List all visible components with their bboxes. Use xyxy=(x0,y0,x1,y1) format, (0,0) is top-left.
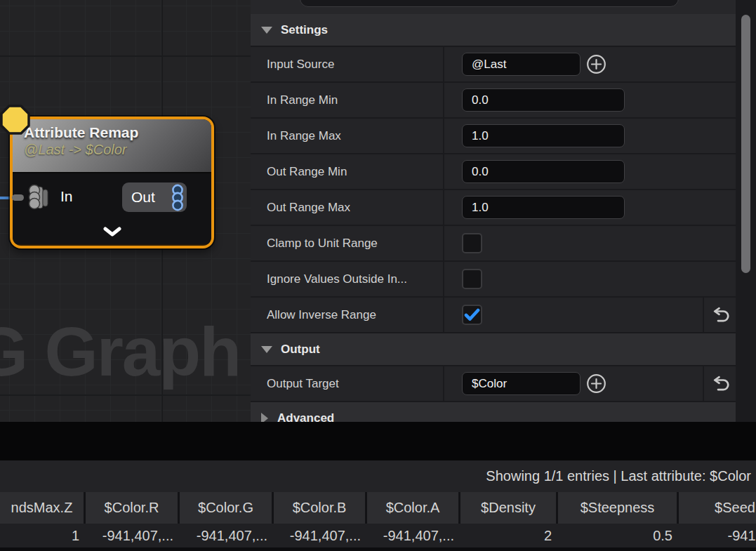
triangle-down-icon xyxy=(261,27,272,34)
column-header[interactable]: $Color.B xyxy=(274,492,365,524)
table-cell: -941,407,... xyxy=(86,524,178,547)
section-label: Advanced xyxy=(277,411,334,423)
attribute-remap-node[interactable]: Attribute Remap @Last -> $Color I xyxy=(10,117,214,248)
scrollbar-thumb[interactable] xyxy=(741,15,750,273)
column-header[interactable]: $Density xyxy=(460,492,556,524)
table-cell: -941,407,... xyxy=(180,524,272,547)
section-header-output[interactable]: Output xyxy=(251,333,736,366)
property-label: Input Source xyxy=(251,58,334,72)
chevron-down-icon[interactable] xyxy=(102,227,122,240)
table-row[interactable]: 1 -941,407,... -941,407,... -941,407,...… xyxy=(0,524,756,547)
column-header[interactable]: $Color.A xyxy=(367,492,458,524)
multi-data-pin-icon-blue[interactable] xyxy=(168,184,188,215)
property-row-allow-inverse-range: Allow Inverse Range xyxy=(251,298,736,333)
reset-to-default-button[interactable] xyxy=(703,366,736,401)
section-label: Output xyxy=(281,343,320,357)
property-row-input-source: Input Source @Last xyxy=(251,47,736,83)
pcg-editor-window: G Graph Attribute Remap @Last -> $Color xyxy=(0,0,756,551)
column-header[interactable]: ndsMax.Z xyxy=(0,492,84,524)
property-row-ignore-values-outside: Ignore Values Outside In... xyxy=(251,262,736,298)
attribute-panel-empty-area xyxy=(0,422,756,460)
property-label: Clamp to Unit Range xyxy=(251,237,378,251)
property-label: Output Target xyxy=(251,377,339,391)
undo-arrow-icon xyxy=(710,376,730,392)
section-label: Settings xyxy=(281,23,328,37)
input-pin-stub[interactable] xyxy=(12,194,24,201)
column-header[interactable]: $Color.G xyxy=(180,492,272,524)
output-pin[interactable]: Out xyxy=(122,182,187,212)
property-row-in-range-min: In Range Min 0.0 xyxy=(251,83,736,119)
attribute-table-header: ndsMax.Z $Color.R $Color.G $Color.B $Col… xyxy=(0,492,756,524)
property-row-out-range-min: Out Range Min 0.0 xyxy=(251,154,736,190)
table-cell: -941,407,... xyxy=(367,524,458,547)
attribute-table-statusbar: Showing 1/1 entries | Last attribute: $C… xyxy=(0,460,756,492)
grid-major-line xyxy=(0,55,251,57)
property-label: Ignore Values Outside In... xyxy=(251,272,407,286)
reset-to-default-button[interactable] xyxy=(703,298,736,332)
undo-arrow-icon xyxy=(710,307,730,324)
ignore-values-outside-checkbox[interactable] xyxy=(462,269,482,289)
in-range-max-field[interactable]: 1.0 xyxy=(462,124,625,147)
node-header[interactable]: Attribute Remap @Last -> $Color xyxy=(13,119,211,173)
section-header-advanced[interactable]: Advanced xyxy=(251,402,736,422)
input-pin-label: In xyxy=(60,188,73,205)
multi-data-pin-icon[interactable] xyxy=(27,182,52,215)
out-range-max-field[interactable]: 1.0 xyxy=(462,196,625,219)
search-input[interactable] xyxy=(300,0,679,7)
node-subtitle: @Last -> $Color xyxy=(24,142,211,158)
property-row-clamp-to-unit-range: Clamp to Unit Range xyxy=(251,226,736,262)
out-range-min-field[interactable]: 0.0 xyxy=(462,160,625,183)
details-scrollbar[interactable] xyxy=(736,0,756,422)
in-range-min-field[interactable]: 0.0 xyxy=(462,88,625,112)
triangle-right-icon xyxy=(261,413,268,423)
section-header-settings[interactable]: Settings xyxy=(251,14,736,47)
column-header[interactable]: $Color.R xyxy=(86,492,178,524)
table-cell: 1 xyxy=(0,524,84,547)
node-status-octagon-icon xyxy=(0,104,31,138)
triangle-down-icon xyxy=(261,346,272,353)
graph-canvas[interactable]: G Graph Attribute Remap @Last -> $Color xyxy=(0,0,251,422)
property-label: Out Range Max xyxy=(251,201,350,215)
table-cell: -941,40... xyxy=(679,524,756,547)
clamp-to-unit-range-checkbox[interactable] xyxy=(462,233,482,253)
allow-inverse-range-checkbox[interactable] xyxy=(462,305,482,325)
property-row-in-range-max: In Range Max 1.0 xyxy=(251,119,736,154)
attribute-table-status: Showing 1/1 entries | Last attribute: $C… xyxy=(486,468,751,484)
property-label: In Range Max xyxy=(251,129,341,143)
input-source-field[interactable]: @Last xyxy=(462,53,581,76)
details-panel: Settings Input Source @Last In Range Min… xyxy=(251,0,736,422)
details-topbar xyxy=(251,0,736,14)
property-row-out-range-max: Out Range Max 1.0 xyxy=(251,190,736,226)
table-cell: 2 xyxy=(460,524,556,547)
table-cell: -941,407,... xyxy=(274,524,365,547)
table-cell: 0.5 xyxy=(558,524,677,547)
output-target-field[interactable]: $Color xyxy=(462,372,581,395)
property-row-output-target: Output Target $Color xyxy=(251,366,736,402)
output-pin-label: Out xyxy=(131,189,155,206)
property-label: Allow Inverse Range xyxy=(251,308,376,322)
property-label: In Range Min xyxy=(251,93,338,107)
add-attribute-button[interactable] xyxy=(586,54,606,74)
table-bottom-edge xyxy=(0,547,756,551)
grid-major-line xyxy=(0,394,251,396)
node-body: In Out xyxy=(13,173,211,244)
column-header[interactable]: $Steepness xyxy=(558,492,677,524)
graph-watermark: G Graph xyxy=(0,317,240,386)
node-title: Attribute Remap xyxy=(24,124,211,141)
column-header[interactable]: $Seed xyxy=(679,492,756,524)
add-attribute-button[interactable] xyxy=(586,373,606,394)
property-label: Out Range Min xyxy=(251,165,347,179)
